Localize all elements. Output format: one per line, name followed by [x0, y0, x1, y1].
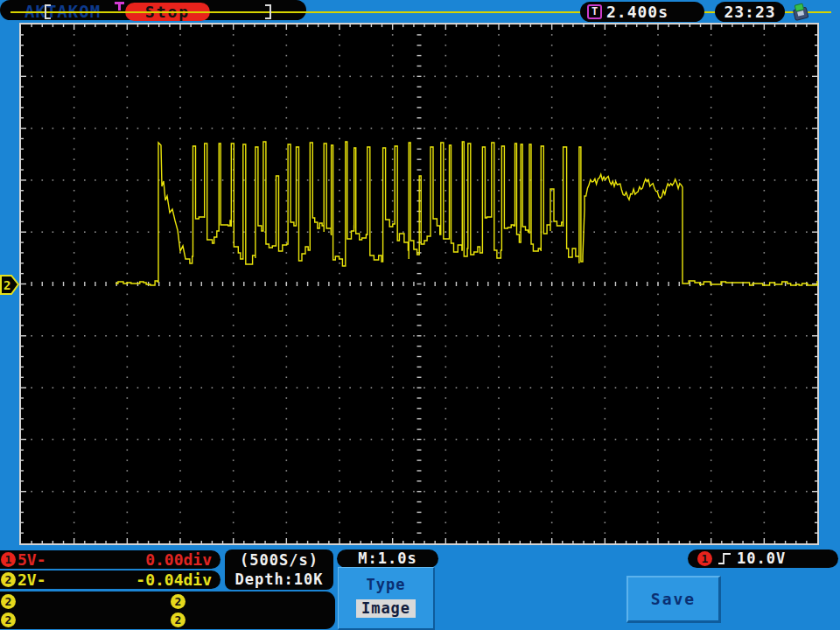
rising-edge-icon [718, 552, 733, 565]
type-menu: Type Image [338, 567, 435, 630]
ch1-badge: 1 [1, 552, 16, 567]
trigger-source-badge: 1 [697, 551, 712, 566]
trigger-level-readout: 1 10.0V [688, 550, 838, 568]
ch2-scale: 2V- [18, 570, 46, 589]
measurement-row: 2 F: ? 2 Vk:1.925v [0, 592, 335, 611]
trigger-position-marker-icon[interactable] [115, 2, 124, 4]
window-bracket-left-icon [45, 4, 51, 19]
ch1-status: 1 5V- 0.00div [0, 550, 220, 569]
usb-drive-icon [788, 2, 812, 25]
memory-depth: Depth:10K [225, 570, 333, 589]
timebase-readout: M:1.0s [337, 550, 438, 568]
channel2-marker-label: 2 [4, 278, 10, 292]
trigger-t-icon: T [587, 4, 602, 19]
acquisition-status: (500S/s) Depth:10K [225, 550, 333, 590]
trigger-time-readout: T 2.400s [580, 2, 704, 22]
waveform-trace [116, 142, 817, 285]
oscilloscope-screen: AKTAKOM Stop T 2.400s 23:23 2 1 [0, 0, 840, 630]
measurements-panel: 2 F: ? 2 Vk:1.925v 2 +D:35.0% 2 V:1.307v [0, 592, 335, 629]
clock: 23:23 [715, 2, 785, 22]
trigger-time-value: 2.400s [606, 2, 668, 22]
meas-badge: 2 [1, 594, 16, 609]
ch1-scale: 5V- [18, 550, 46, 569]
meas-badge: 2 [171, 594, 186, 609]
waveform-plot [19, 23, 819, 545]
menu-title: Type [339, 576, 433, 593]
ch1-position: 0.00div [145, 550, 212, 569]
trigger-level-value: 10.0V [737, 550, 786, 568]
ch2-badge: 2 [1, 572, 16, 587]
sample-rate: (500S/s) [225, 550, 333, 570]
meas-badge: 2 [1, 612, 16, 627]
window-bracket-right-icon [265, 4, 271, 19]
ch2-position: -0.04div [136, 570, 212, 589]
ch2-status: 2 2V- -0.04div [0, 570, 220, 589]
graticule [19, 23, 819, 545]
measurement-row: 2 +D:35.0% 2 V:1.307v [0, 611, 335, 629]
menu-item-image[interactable]: Image [356, 599, 416, 618]
meas-badge: 2 [171, 612, 186, 627]
trigger-bar-line [10, 11, 831, 13]
channel2-marker[interactable]: 2 [0, 274, 19, 296]
save-button[interactable]: Save [626, 576, 721, 623]
